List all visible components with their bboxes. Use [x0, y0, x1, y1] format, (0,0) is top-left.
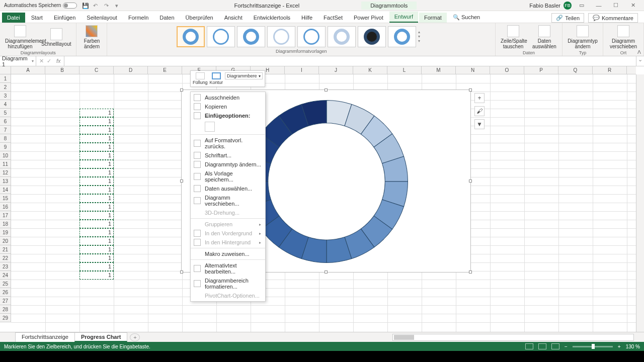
context-menu-item[interactable]: Einfügeoptionen:: [191, 111, 265, 120]
column-header[interactable]: C: [79, 66, 114, 74]
column-header[interactable]: Q: [558, 66, 593, 74]
row-header[interactable]: 15: [0, 194, 11, 203]
expand-formula-icon[interactable]: ⌄: [636, 56, 644, 66]
chart-filters-button[interactable]: ▼: [474, 119, 485, 129]
context-menu-item[interactable]: Daten auswählen...: [191, 184, 265, 193]
tab-ansicht[interactable]: Ansicht: [219, 13, 248, 23]
column-header[interactable]: L: [387, 66, 422, 74]
tab-format[interactable]: Format: [419, 13, 447, 23]
resize-handle[interactable]: [325, 88, 328, 92]
row-header[interactable]: 27: [0, 297, 11, 305]
page-break-view-icon[interactable]: [551, 343, 559, 349]
user-avatar[interactable]: FB: [564, 2, 572, 10]
sheet-tab[interactable]: Fortschrittsanzeige: [15, 332, 75, 342]
cell[interactable]: 1: [79, 194, 114, 203]
ribbon-display-icon[interactable]: ▭: [575, 1, 589, 11]
row-header[interactable]: 24: [0, 271, 11, 280]
cell[interactable]: 1: [79, 220, 114, 228]
cell[interactable]: 1: [79, 126, 114, 134]
resize-handle[interactable]: [180, 179, 183, 183]
tab-daten[interactable]: Daten: [154, 13, 179, 23]
column-header[interactable]: R: [593, 66, 627, 74]
undo-icon[interactable]: ↶: [93, 3, 99, 9]
resize-handle[interactable]: [325, 270, 328, 274]
add-chart-element-button[interactable]: Diagrammelement hinzufügen: [3, 24, 37, 50]
fx-icon[interactable]: fx: [56, 58, 61, 64]
row-header[interactable]: 7: [0, 126, 11, 134]
cell[interactable]: 1: [79, 117, 114, 126]
column-header[interactable]: A: [11, 66, 45, 74]
cell[interactable]: 1: [79, 151, 114, 160]
vertical-scrollbar[interactable]: [636, 74, 644, 332]
chart-style-1[interactable]: [177, 26, 205, 47]
row-header[interactable]: 20: [0, 237, 11, 245]
zoom-out-button[interactable]: −: [565, 344, 568, 349]
toggle-icon[interactable]: [63, 3, 77, 9]
search-tab[interactable]: 🔍 Suchen: [448, 12, 485, 23]
row-header[interactable]: 18: [0, 220, 11, 228]
cell[interactable]: 1: [79, 254, 114, 262]
outline-button[interactable]: Kontur: [210, 72, 223, 85]
more-styles-button[interactable]: ▴▾▾: [418, 30, 426, 43]
row-header[interactable]: 19: [0, 228, 11, 237]
cancel-formula-icon[interactable]: ✕: [39, 58, 44, 64]
fill-button[interactable]: Füllung: [193, 72, 208, 85]
tab-file[interactable]: Datei: [2, 13, 25, 23]
tab-factset[interactable]: FactSet: [318, 13, 348, 23]
row-header[interactable]: 6: [0, 117, 11, 126]
quick-layout-button[interactable]: Schnelllayout: [39, 27, 73, 48]
maximize-icon[interactable]: ☐: [609, 1, 623, 11]
redo-icon[interactable]: ↷: [104, 3, 110, 9]
save-icon[interactable]: 💾: [82, 3, 88, 9]
customize-icon[interactable]: ▾: [115, 3, 121, 9]
cell[interactable]: 1: [79, 203, 114, 211]
chart-style-3[interactable]: [237, 26, 265, 47]
autosave-toggle[interactable]: Automatisches Speichern: [4, 3, 77, 9]
row-header[interactable]: 2: [0, 83, 11, 92]
row-header[interactable]: 28: [0, 305, 11, 314]
chart-style-8[interactable]: [388, 26, 416, 47]
chart-elements-button[interactable]: +: [474, 93, 485, 103]
context-menu-item[interactable]: Ausschneiden: [191, 93, 265, 102]
row-header[interactable]: 29: [0, 314, 11, 322]
column-header[interactable]: J: [319, 66, 353, 74]
collapse-ribbon-icon[interactable]: ᐱ: [637, 49, 641, 55]
change-chart-type-button[interactable]: Diagrammtyp ändern: [566, 24, 600, 50]
tab-entwurf[interactable]: Entwurf: [389, 12, 418, 23]
chart-styles-button[interactable]: 🖌: [474, 106, 485, 116]
row-header[interactable]: 10: [0, 151, 11, 160]
context-menu-item[interactable]: Diagrammtyp ändern...: [191, 160, 265, 169]
row-header[interactable]: 5: [0, 109, 11, 117]
row-header[interactable]: 17: [0, 211, 11, 220]
normal-view-icon[interactable]: [525, 343, 533, 349]
row-header[interactable]: 3: [0, 92, 11, 100]
cell[interactable]: 1: [79, 143, 114, 151]
row-header[interactable]: 1: [0, 74, 11, 83]
row-header[interactable]: 8: [0, 134, 11, 143]
context-menu-item[interactable]: Diagrammbereich formatieren...: [191, 276, 265, 291]
zoom-in-button[interactable]: +: [618, 344, 621, 349]
row-header[interactable]: 14: [0, 186, 11, 194]
add-sheet-button[interactable]: +: [130, 333, 140, 341]
column-header[interactable]: D: [114, 66, 148, 74]
doughnut-chart[interactable]: [241, 96, 412, 267]
row-header[interactable]: 22: [0, 254, 11, 262]
column-header[interactable]: K: [353, 66, 387, 74]
context-menu-item[interactable]: Makro zuweisen...: [191, 249, 265, 258]
close-icon[interactable]: ✕: [626, 1, 640, 11]
move-chart-button[interactable]: Diagramm verschieben: [606, 24, 640, 50]
row-header[interactable]: 9: [0, 143, 11, 151]
row-header[interactable]: 4: [0, 100, 11, 109]
context-menu-item[interactable]: Diagramm verschieben...: [191, 193, 265, 208]
cell[interactable]: 1: [79, 228, 114, 237]
context-menu-item[interactable]: Kopieren: [191, 102, 265, 111]
cell[interactable]: 1: [79, 168, 114, 177]
chart-style-7[interactable]: [358, 26, 386, 47]
row-header[interactable]: 13: [0, 177, 11, 186]
zoom-slider[interactable]: [573, 346, 613, 347]
chart-style-6[interactable]: [328, 26, 356, 47]
tab-überprüfen[interactable]: Überprüfen: [181, 13, 218, 23]
enter-formula-icon[interactable]: ✓: [47, 58, 51, 64]
resize-handle[interactable]: [180, 270, 183, 274]
formula-input[interactable]: [64, 56, 636, 66]
